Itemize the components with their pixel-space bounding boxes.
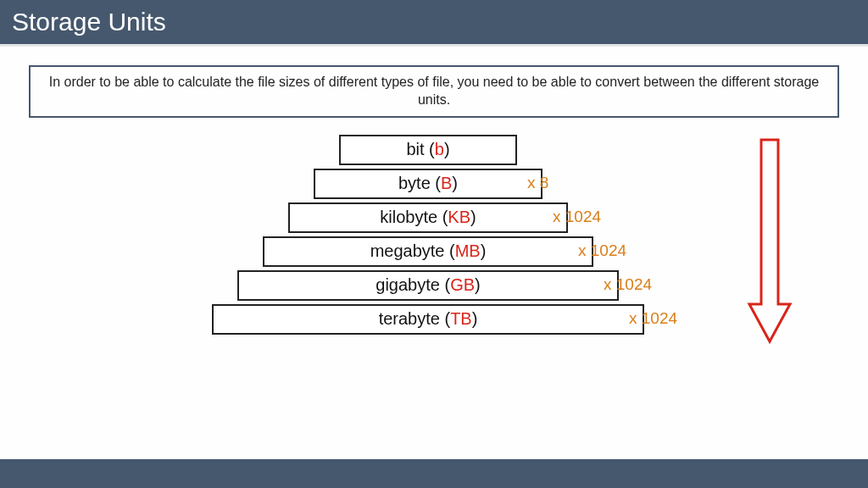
level-abbr: TB — [450, 309, 472, 329]
level-name: terabyte ( — [379, 309, 450, 329]
level-name: kilobyte ( — [380, 208, 448, 227]
level-bit: bit (b) — [339, 135, 517, 165]
slide-title: Storage Units — [0, 0, 868, 47]
slide-footer-bar — [0, 459, 868, 488]
slide-title-text: Storage Units — [12, 8, 166, 36]
multiplier-label: x 1024 — [553, 208, 601, 226]
level-name: bit ( — [406, 140, 434, 159]
level-abbr: B — [441, 174, 452, 193]
level-abbr: KB — [448, 208, 470, 227]
multiplier-label: x 1024 — [629, 309, 677, 328]
level-abbr: GB — [450, 275, 475, 295]
level-name: gigabyte ( — [376, 275, 450, 295]
intro-text: In order to be able to calculate the fil… — [29, 65, 839, 118]
level-byte: byte (B) — [314, 169, 542, 199]
intro-container: In order to be able to calculate the fil… — [0, 47, 868, 118]
down-arrow-icon — [744, 135, 795, 347]
level-gigabyte: gigabyte (GB) — [237, 270, 619, 301]
level-terabyte: terabyte (TB) — [212, 304, 644, 335]
multiplier-label: x 1024 — [578, 241, 626, 260]
multiplier-label: x 8 — [527, 174, 548, 192]
level-kilobyte: kilobyte (KB) — [288, 202, 568, 233]
level-name: byte ( — [398, 174, 441, 193]
level-abbr: MB — [455, 241, 481, 261]
level-name: megabyte ( — [370, 241, 455, 261]
diagram-stage: bit (b)byte (B)kilobyte (KB)megabyte (MB… — [0, 135, 868, 440]
level-abbr: b — [435, 140, 444, 159]
level-megabyte: megabyte (MB) — [263, 236, 593, 267]
multiplier-label: x 1024 — [604, 275, 652, 294]
